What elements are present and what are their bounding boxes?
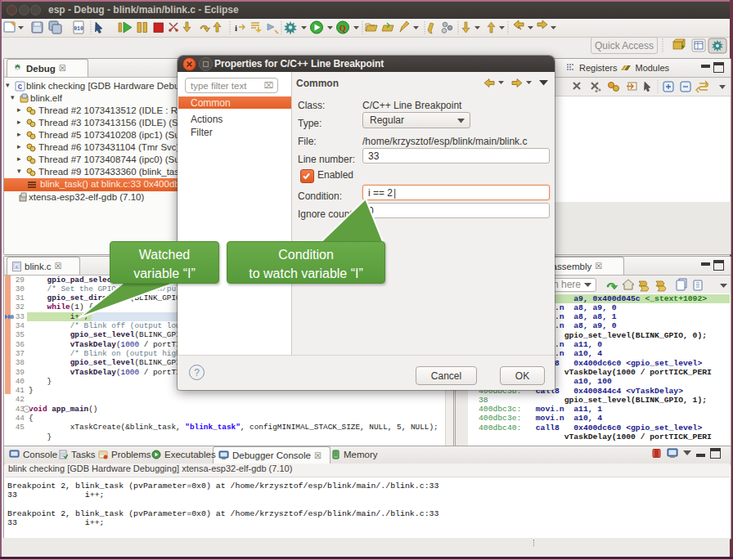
svg-text:C: C xyxy=(18,83,23,92)
svg-text:i: i xyxy=(235,23,237,33)
svg-text:010: 010 xyxy=(74,26,83,32)
svg-text:c: c xyxy=(16,264,18,269)
svg-text:Q: Q xyxy=(340,24,346,33)
